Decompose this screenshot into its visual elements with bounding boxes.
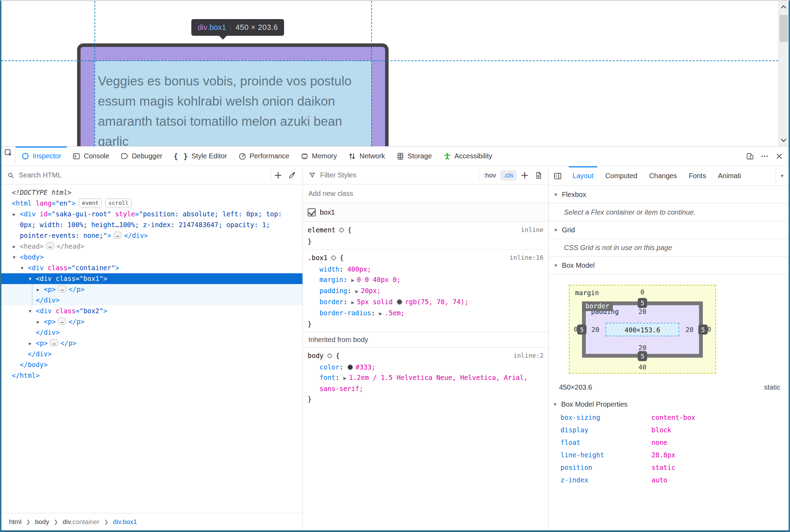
property-name[interactable]: float bbox=[560, 436, 651, 449]
box-model-border-layer[interactable]: border 5 5 5 5 padding 20 20 20 20 400×1… bbox=[582, 301, 703, 358]
box-model-section-header[interactable]: ▼ Box Model bbox=[549, 257, 789, 274]
toggle-classes-button[interactable]: .cls bbox=[500, 170, 517, 181]
grid-section-header[interactable]: ▼ Grid bbox=[549, 221, 789, 239]
breadcrumb-item[interactable]: body bbox=[35, 518, 49, 526]
property-value[interactable]: .5em; bbox=[385, 309, 405, 317]
property-value[interactable]: rgb(75, 70, 74); bbox=[405, 298, 468, 306]
expander-collapse-icon[interactable]: ▼ bbox=[21, 263, 23, 274]
box-model-properties-header[interactable]: ▼ Box Model Properties bbox=[553, 400, 789, 408]
property-value[interactable]: 28.8px bbox=[651, 449, 675, 461]
expand-shorthand-icon[interactable]: ▶ bbox=[351, 275, 355, 285]
add-rule-icon[interactable] bbox=[518, 169, 532, 182]
sidebar-tab-animati[interactable]: Animati bbox=[712, 166, 747, 185]
margin-bottom-value[interactable]: 40 bbox=[639, 363, 647, 371]
expand-shorthand-icon[interactable]: ▶ bbox=[355, 286, 358, 297]
property-value[interactable]: 1.2em / 1.5 Helvetica Neue, Helvetica, A… bbox=[319, 374, 528, 392]
scrollbar-thumb[interactable] bbox=[780, 15, 788, 42]
color-swatch[interactable] bbox=[397, 299, 402, 305]
css-declaration[interactable]: padding: ▶20px; bbox=[308, 285, 543, 297]
property-value[interactable]: content-box bbox=[651, 411, 695, 424]
sidebar-tab-changes[interactable]: Changes bbox=[643, 166, 683, 185]
page-scrollbar[interactable] bbox=[778, 1, 789, 146]
collapsed-children-icon[interactable]: … bbox=[58, 285, 66, 292]
sidebar-tab-layout[interactable]: Layout bbox=[567, 166, 599, 185]
responsive-design-mode-icon[interactable] bbox=[743, 147, 757, 166]
expander-expand-icon[interactable]: ▶ bbox=[37, 317, 39, 327]
rule-source-link[interactable]: inline:2 bbox=[513, 350, 543, 361]
property-name[interactable]: display bbox=[560, 424, 651, 436]
property-name[interactable]: width bbox=[319, 265, 339, 273]
box-model-margin-layer[interactable]: margin 0 40 0 0 border 5 5 5 5 padding 2… bbox=[569, 285, 716, 374]
tab-performance[interactable]: Performance bbox=[233, 147, 295, 166]
padding-bottom-value[interactable]: 20 bbox=[639, 344, 647, 351]
property-value[interactable]: static bbox=[651, 461, 675, 474]
event-badge[interactable]: event bbox=[79, 199, 102, 207]
tab-console[interactable]: Console bbox=[67, 147, 115, 166]
sidebar-tab-fonts[interactable]: Fonts bbox=[683, 166, 712, 185]
property-name[interactable]: color bbox=[319, 363, 339, 371]
add-new-class-input[interactable]: Add new class bbox=[303, 184, 548, 203]
rule-selector[interactable]: element bbox=[308, 226, 335, 234]
tree-node[interactable]: ▼<body> bbox=[1, 252, 302, 263]
property-value[interactable]: 5px solid bbox=[357, 298, 397, 306]
tab-memory[interactable]: Memory bbox=[295, 147, 342, 166]
flexbox-section-header[interactable]: ▼ Flexbox bbox=[549, 186, 789, 203]
expander-collapse-icon[interactable]: ▼ bbox=[29, 274, 31, 284]
property-name[interactable]: box-sizing bbox=[560, 411, 651, 424]
tree-node[interactable]: </div> bbox=[1, 327, 302, 338]
property-name[interactable]: line-height bbox=[560, 449, 651, 461]
border-right-value[interactable]: 5 bbox=[698, 325, 708, 335]
collapsed-children-icon[interactable]: … bbox=[58, 318, 66, 325]
event-badge[interactable]: scroll bbox=[105, 199, 132, 207]
css-declaration[interactable]: border: ▶5px solid rgb(75, 70, 74); bbox=[308, 297, 543, 308]
rule-selector[interactable]: .box1 bbox=[308, 254, 327, 261]
padding-left-value[interactable]: 20 bbox=[591, 326, 599, 333]
breadcrumb-item[interactable]: div.box1 bbox=[113, 518, 137, 526]
eyedropper-icon[interactable] bbox=[285, 169, 299, 182]
expander-expand-icon[interactable]: ▶ bbox=[13, 241, 15, 252]
padding-top-value[interactable]: 20 bbox=[639, 308, 647, 315]
collapsed-children-icon[interactable]: … bbox=[46, 242, 54, 249]
tree-node[interactable]: ▶<p>…</p> bbox=[1, 284, 302, 295]
tree-node[interactable]: ▶<p>…</p> bbox=[1, 338, 302, 349]
rule-selector[interactable]: body bbox=[308, 352, 324, 359]
property-name[interactable]: padding bbox=[319, 287, 347, 294]
tab-accessibility[interactable]: Accessibility bbox=[438, 147, 498, 166]
property-name[interactable]: z-index bbox=[560, 474, 651, 486]
expander-expand-icon[interactable]: ▶ bbox=[13, 209, 15, 220]
collapsed-children-icon[interactable]: … bbox=[114, 232, 122, 239]
border-bottom-value[interactable]: 5 bbox=[638, 351, 647, 361]
more-tools-icon[interactable] bbox=[757, 147, 772, 166]
tree-node[interactable]: </html> bbox=[1, 370, 302, 381]
tree-node[interactable]: <html lang="en">eventscroll bbox=[1, 198, 302, 209]
property-name[interactable]: font bbox=[319, 374, 335, 381]
css-declaration[interactable]: border-radius: ▶.5em; bbox=[308, 308, 543, 319]
border-top-value[interactable]: 5 bbox=[638, 298, 647, 308]
print-media-simulation-icon[interactable] bbox=[532, 169, 546, 182]
expand-shorthand-icon[interactable]: ▶ bbox=[379, 308, 382, 319]
property-value[interactable]: 20px; bbox=[361, 287, 381, 294]
pick-element-icon[interactable] bbox=[1, 147, 15, 159]
tree-node[interactable]: ▶<p>…</p> bbox=[1, 316, 302, 327]
expander-expand-icon[interactable]: ▶ bbox=[37, 284, 39, 295]
css-declaration[interactable]: font: ▶1.2em / 1.5 Helvetica Neue, Helve… bbox=[308, 372, 543, 394]
property-value[interactable]: 0 0 40px 0; bbox=[357, 276, 401, 283]
class-checkbox[interactable] bbox=[308, 208, 316, 216]
property-value[interactable]: block bbox=[651, 424, 671, 436]
selector-highlighter-icon[interactable] bbox=[338, 226, 345, 236]
close-devtools-icon[interactable] bbox=[772, 147, 787, 166]
breadcrumb-item[interactable]: div.container bbox=[63, 518, 99, 526]
tree-node[interactable]: ▶<head>…</head> bbox=[1, 241, 302, 252]
sidebar-tab-computed[interactable]: Computed bbox=[599, 166, 643, 185]
all-tabs-chevron-icon[interactable]: ▼ bbox=[775, 166, 789, 185]
filter-styles-input[interactable]: Filter Styles bbox=[320, 171, 476, 179]
expander-collapse-icon[interactable]: ▼ bbox=[29, 306, 31, 317]
tree-node[interactable]: ▼<div class="container"> bbox=[1, 263, 302, 273]
margin-right-value[interactable]: 0 bbox=[707, 325, 711, 333]
expand-sidebar-icon[interactable] bbox=[549, 166, 567, 185]
rule-source-link[interactable]: inline:16 bbox=[509, 252, 543, 263]
property-value[interactable]: none bbox=[651, 436, 667, 449]
property-name[interactable]: border-radius bbox=[319, 309, 371, 317]
tree-node[interactable]: ▼<div class="box1"> bbox=[1, 273, 302, 284]
color-swatch[interactable] bbox=[347, 364, 353, 370]
